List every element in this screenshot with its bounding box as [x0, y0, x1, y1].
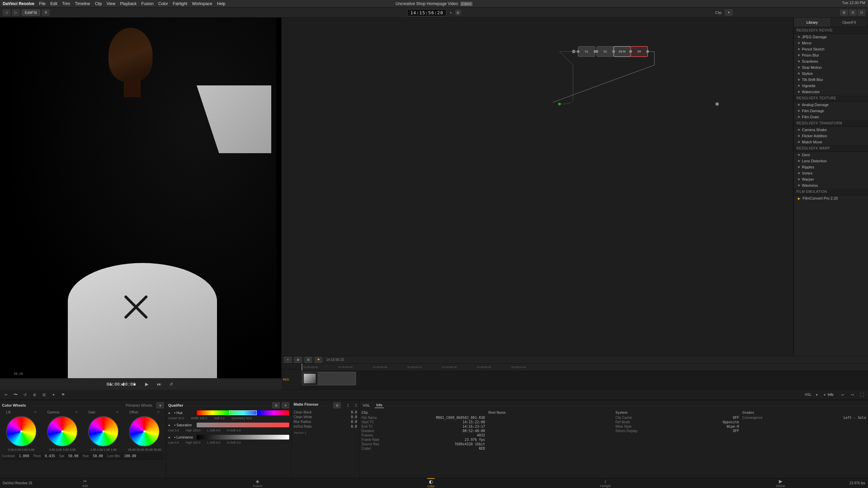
transport-play[interactable]: ▶: [143, 381, 150, 388]
transport-loop[interactable]: ↺: [168, 381, 175, 388]
menu-clip[interactable]: Clip: [95, 1, 102, 6]
menu-trim[interactable]: Trim: [62, 1, 70, 6]
view-btn-3[interactable]: ⊡: [858, 9, 865, 16]
fx-item-waviness[interactable]: Waviness: [794, 182, 868, 188]
info-tab[interactable]: Info: [375, 402, 383, 408]
info-filename-row: File Name M001_C009_06050J_001.R3D: [361, 416, 485, 420]
timecode-settings[interactable]: ⚙: [455, 10, 461, 15]
color-wheels-header: Color Wheels Primaries Wheels ▾: [2, 402, 164, 408]
fx-item-film-damage[interactable]: Film Damage: [794, 108, 868, 114]
menu-fusion[interactable]: Fusion: [141, 1, 154, 6]
fx-item-stop-motion[interactable]: Stop Motion: [794, 64, 868, 70]
fx-tab-openfx[interactable]: OpenFX: [831, 18, 868, 27]
fx-item-match-move[interactable]: Match Move: [794, 139, 868, 145]
menu-workspace[interactable]: Workspace: [192, 1, 212, 6]
clip-option[interactable]: ▾: [725, 9, 732, 16]
lum-strip[interactable]: [197, 435, 289, 440]
cg-flag-tool[interactable]: ⚑: [60, 391, 66, 398]
fx-item-stylize[interactable]: Stylize: [794, 70, 868, 77]
fx-item-watercolor[interactable]: Watercolor: [794, 89, 868, 95]
fx-item-filmconvert[interactable]: ▶ FilmConvert Pro 2.20: [794, 195, 868, 201]
gain-reset[interactable]: ↺: [116, 410, 119, 415]
menu-playback[interactable]: Playback: [120, 1, 137, 6]
menu-fairlight[interactable]: Fairlight: [173, 1, 188, 6]
lift-wheel[interactable]: [6, 416, 37, 447]
cg-copy-tool[interactable]: ⊕: [31, 391, 38, 398]
fx-tab-library[interactable]: Library: [794, 18, 831, 27]
menu-help[interactable]: Help: [217, 1, 225, 6]
tl-add-track-btn[interactable]: +: [284, 357, 292, 363]
matte-clean-white-value[interactable]: 0.0: [351, 415, 357, 419]
fx-item-mirror[interactable]: Mirror: [794, 40, 868, 46]
lum-row: ● • Luminance: [168, 435, 289, 440]
menu-color[interactable]: Color: [158, 1, 168, 6]
module-edit[interactable]: ✂ Edit: [83, 479, 88, 488]
cg-fullscreen[interactable]: ⛶: [859, 391, 865, 398]
cg-grid-tool[interactable]: ⊞: [41, 391, 47, 398]
cg-curves-tool[interactable]: 〜: [12, 391, 19, 398]
matte-in-out-value[interactable]: 0.0: [351, 425, 357, 428]
fx-item-film-grain[interactable]: Film Grain: [794, 114, 868, 120]
cg-undo[interactable]: ↩: [840, 391, 846, 398]
menu-view[interactable]: View: [106, 1, 115, 6]
menu-edit[interactable]: Edit: [51, 1, 58, 6]
node-editor[interactable]: 01 02 03 M: [281, 18, 793, 356]
fx-item-analog-damage[interactable]: Analog Damage: [794, 102, 868, 108]
offset-reset[interactable]: ↺: [157, 410, 160, 415]
fx-item-prism-blur[interactable]: Prism Blur: [794, 52, 868, 58]
qualifier-close[interactable]: ✕: [282, 402, 289, 408]
cg-redo[interactable]: ↪: [849, 391, 856, 398]
offset-wheel[interactable]: [129, 416, 160, 447]
primaries-dropdown[interactable]: ▾: [156, 402, 164, 408]
toolbar-settings-btn[interactable]: ⚙: [42, 9, 50, 16]
hue-strip[interactable]: [197, 410, 289, 415]
fx-item-vignette[interactable]: Vignette: [794, 83, 868, 89]
view-btn-2[interactable]: ⊟: [849, 9, 856, 16]
lum-mix-value: 100.00: [124, 454, 136, 458]
gamma-reset[interactable]: ↺: [75, 410, 78, 415]
app-name[interactable]: DaVinci Resolve: [3, 1, 34, 6]
matte-clean-black-value[interactable]: 0.0: [351, 410, 357, 414]
module-deliver[interactable]: ▶ Deliver: [776, 479, 785, 488]
fx-item-dent[interactable]: Dent: [794, 152, 868, 158]
fx-item-flicker-addition[interactable]: Flicker Addition: [794, 133, 868, 139]
fx-item-camera-shake[interactable]: Camera Shake: [794, 127, 868, 133]
lift-reset[interactable]: ↺: [34, 410, 37, 415]
timeline-clip-1[interactable]: [302, 372, 356, 385]
toolbar-forward-btn[interactable]: ▷: [12, 9, 20, 16]
module-fusion[interactable]: ◈ Fusion: [253, 479, 262, 488]
toolbar-back-btn[interactable]: ◁: [3, 9, 10, 16]
edit-mode-label[interactable]: EditFSt: [22, 9, 40, 16]
tl-clip-flag[interactable]: ⚑: [315, 357, 322, 363]
contrast-label: Contrast: [2, 454, 15, 458]
transport-to-end[interactable]: ⏭: [156, 381, 162, 388]
menu-timeline[interactable]: Timeline: [75, 1, 90, 6]
fx-item-jpeg-damage[interactable]: JPEG Damage: [794, 34, 868, 40]
bottom-module-bar: DaVinci Resolve 16 ✂ Edit ◈ Fusion ◐ Col…: [0, 478, 868, 488]
gamma-wheel[interactable]: [47, 416, 78, 447]
fx-item-vortex[interactable]: Vortex: [794, 170, 868, 176]
hsl-tab[interactable]: HSL: [361, 403, 371, 408]
menu-file[interactable]: File: [39, 1, 45, 6]
sat-strip[interactable]: [197, 423, 289, 427]
fx-item-pencil-sketch[interactable]: Pencil Sketch: [794, 46, 868, 52]
cg-reset-tool[interactable]: ↺: [22, 391, 28, 398]
gain-wheel[interactable]: [88, 416, 119, 447]
module-fairlight[interactable]: ♪ Fairlight: [600, 479, 611, 488]
matte-settings-btn[interactable]: ⚙: [333, 402, 341, 408]
left-bar: [0, 18, 14, 378]
fx-item-lens-distortion[interactable]: Lens Distortion: [794, 158, 868, 164]
fx-item-tilt-shift[interactable]: Tilt-Shift Blur: [794, 77, 868, 83]
module-color[interactable]: ◐ Color: [427, 478, 435, 488]
tl-zoom-btn[interactable]: ⊕: [294, 357, 302, 363]
cg-pen-tool[interactable]: ✏: [3, 391, 9, 398]
cg-picker-tool[interactable]: ✦: [50, 391, 57, 398]
fx-item-scanlines[interactable]: Scanlines: [794, 58, 868, 64]
fx-item-warper[interactable]: Warper: [794, 176, 868, 182]
matte-blur-radius-value[interactable]: 0.0: [351, 420, 357, 424]
fx-item-ripples[interactable]: Ripples: [794, 164, 868, 170]
view-btn-1[interactable]: ⊞: [840, 9, 848, 16]
tl-settings-btn[interactable]: ⚙: [304, 357, 312, 363]
qualifier-settings[interactable]: ⚙: [272, 402, 280, 408]
hsl-dropdown[interactable]: ▾: [813, 391, 820, 398]
